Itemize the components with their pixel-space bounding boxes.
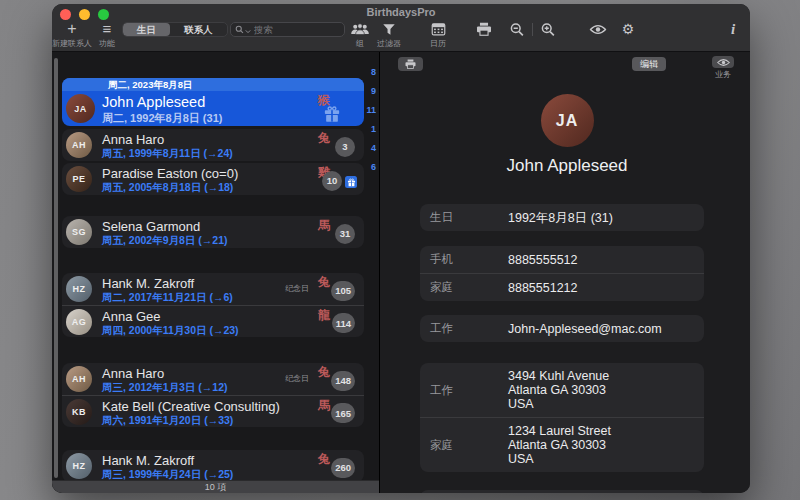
contact-avatar: AG bbox=[66, 309, 92, 335]
zodiac-sign: 兔 bbox=[318, 364, 330, 381]
field-value-line: USA bbox=[508, 452, 611, 466]
field-value: 3494 Kuhl AvenueAtlanta GA 30303USA bbox=[508, 369, 609, 411]
detail-field-row[interactable]: 家庭1234 Laurel StreetAtlanta GA 30303USA bbox=[420, 417, 704, 472]
index-number[interactable]: 6 bbox=[362, 158, 376, 177]
detail-field-row[interactable]: 工作John-Appleseed@mac.com bbox=[420, 315, 704, 342]
contact-group-card: AHAnna Haro周五, 1999年8月11日 (→24)兔3 bbox=[62, 129, 364, 161]
print-contact-button[interactable] bbox=[398, 57, 423, 71]
birthday-date: 周四, 2000年11月30日 (→23) bbox=[102, 324, 239, 337]
search-field[interactable] bbox=[230, 22, 345, 37]
zodiac-sign: 馬 bbox=[318, 217, 330, 234]
field-value-line: Atlanta GA 30303 bbox=[508, 438, 611, 452]
contact-avatar: HZ bbox=[66, 453, 92, 479]
contact-detail-pane: 编辑 业务 JA John Appleseed 生日1992年8月8日 (31)… bbox=[380, 52, 750, 493]
business-visibility-button[interactable] bbox=[712, 56, 734, 68]
actions-menu-button[interactable]: ≡ 功能 bbox=[99, 21, 115, 49]
contact-avatar: KB bbox=[66, 399, 92, 425]
contact-row[interactable]: HZHank M. Zakroff周三, 1999年4月24日 (→25)兔26… bbox=[62, 450, 364, 482]
field-value: John-Appleseed@mac.com bbox=[508, 322, 662, 336]
toolbar-separator bbox=[532, 23, 533, 36]
contact-row[interactable]: AGAnna Gee周四, 2000年11月30日 (→23)龍114 bbox=[62, 305, 364, 337]
contact-name: Hank M. Zakroff bbox=[102, 453, 194, 468]
people-group-icon bbox=[351, 21, 370, 37]
days-count-badge: 260 bbox=[331, 458, 355, 478]
detail-card: 工作3494 Kuhl AvenueAtlanta GA 30303USA家庭1… bbox=[420, 363, 704, 472]
calendar-button[interactable]: 日历 bbox=[430, 21, 446, 49]
contact-row[interactable]: HZHank M. Zakroff周二, 2017年11月21日 (→6)兔纪念… bbox=[62, 273, 364, 305]
contact-row[interactable]: AHAnna Haro周五, 1999年8月11日 (→24)兔3 bbox=[62, 129, 364, 161]
index-scrubber: 8911146 bbox=[362, 63, 376, 177]
field-value: 1234 Laurel StreetAtlanta GA 30303USA bbox=[508, 424, 611, 466]
contact-avatar: SG bbox=[66, 219, 92, 245]
groups-button[interactable]: 组 bbox=[351, 21, 370, 49]
list-scrollbar[interactable] bbox=[54, 58, 58, 478]
index-number[interactable]: 8 bbox=[362, 63, 376, 82]
printer-icon bbox=[404, 59, 417, 69]
main-content: 周二, 2023年8月8日JAJohn Appleseed周二, 1992年8月… bbox=[52, 52, 750, 493]
field-value-line: 3494 Kuhl Avenue bbox=[508, 369, 609, 383]
contact-group-card: HZHank M. Zakroff周二, 2017年11月21日 (→6)兔纪念… bbox=[62, 273, 364, 337]
calendar-icon bbox=[431, 21, 446, 37]
index-number[interactable]: 4 bbox=[362, 139, 376, 158]
zodiac-sign: 兔 bbox=[318, 451, 330, 468]
item-count: 10 項 bbox=[205, 482, 227, 492]
plus-icon: + bbox=[67, 21, 76, 37]
contact-name: Selena Garmond bbox=[102, 219, 200, 234]
magnifier-minus-icon bbox=[510, 21, 525, 37]
index-number[interactable]: 9 bbox=[362, 82, 376, 101]
gift-icon bbox=[323, 105, 341, 123]
contact-row[interactable]: JAJohn Appleseed周二, 1992年8月8日 (31)猴 bbox=[62, 91, 364, 126]
business-toggle: 业务 bbox=[712, 56, 734, 80]
birthday-date: 周五, 1999年8月11日 (→24) bbox=[102, 147, 233, 161]
print-button[interactable] bbox=[476, 21, 493, 37]
field-label: 生日 bbox=[430, 210, 508, 225]
contact-list: 周二, 2023年8月8日JAJohn Appleseed周二, 1992年8月… bbox=[62, 52, 364, 482]
window-chrome: BirthdaysPro + 新建联系人 ≡ 功能 生日联系人 bbox=[52, 4, 750, 52]
days-count-badge: 148 bbox=[331, 371, 355, 391]
visibility-button[interactable] bbox=[590, 21, 607, 37]
zoom-button[interactable] bbox=[98, 9, 109, 20]
minimize-button[interactable] bbox=[79, 9, 90, 20]
edit-button[interactable]: 编辑 bbox=[632, 57, 666, 71]
days-count-badge: 31 bbox=[335, 224, 355, 244]
eye-icon bbox=[717, 58, 730, 67]
zoom-in-button[interactable] bbox=[541, 21, 556, 37]
field-label: 家庭 bbox=[430, 438, 508, 453]
contact-row[interactable]: KBKate Bell (Creative Consulting)周六, 199… bbox=[62, 395, 364, 427]
contact-row[interactable]: SGSelena Garmond周五, 2002年9月8日 (→21)馬31 bbox=[62, 216, 364, 248]
detail-field-row[interactable]: 生日1992年8月8日 (31) bbox=[420, 204, 704, 231]
field-label: 家庭 bbox=[430, 280, 508, 295]
detail-field-row[interactable]: 工作3494 Kuhl AvenueAtlanta GA 30303USA bbox=[420, 363, 704, 417]
index-number[interactable]: 11 bbox=[362, 101, 376, 120]
anniversary-tag: 纪念日 bbox=[285, 373, 309, 384]
window-title: BirthdaysPro bbox=[52, 4, 750, 21]
detail-field-row[interactable]: 备注College roommate bbox=[420, 490, 704, 493]
detail-card: 手机8885555512家庭8885551212 bbox=[420, 246, 704, 301]
field-label: 工作 bbox=[430, 321, 508, 336]
tab-contacts[interactable]: 联系人 bbox=[170, 23, 227, 36]
new-contact-button[interactable]: + 新建联系人 bbox=[52, 21, 92, 49]
info-button[interactable]: i bbox=[731, 21, 735, 37]
contact-avatar: AH bbox=[66, 366, 92, 392]
contact-row[interactable]: PEParadise Easton (co=0)周五, 2005年8月18日 (… bbox=[62, 163, 364, 195]
birthday-date: 周六, 1991年1月20日 (→33) bbox=[102, 414, 233, 427]
contact-name: John Appleseed bbox=[102, 94, 205, 110]
toolbar: + 新建联系人 ≡ 功能 生日联系人 bbox=[52, 21, 750, 51]
close-button[interactable] bbox=[60, 9, 71, 20]
detail-field-row[interactable]: 手机8885555512 bbox=[420, 246, 704, 273]
settings-button[interactable]: ⚙ bbox=[622, 21, 635, 37]
index-number[interactable]: 1 bbox=[362, 120, 376, 139]
days-count-badge: 114 bbox=[332, 313, 355, 333]
filter-button[interactable]: 过滤器 bbox=[377, 21, 401, 49]
tab-birthdays[interactable]: 生日 bbox=[123, 23, 170, 36]
days-count-badge: 105 bbox=[331, 281, 355, 301]
contact-name: Anna Gee bbox=[102, 309, 161, 324]
field-value-line: 1234 Laurel Street bbox=[508, 424, 611, 438]
zoom-out-button[interactable] bbox=[510, 21, 525, 37]
contact-row[interactable]: AHAnna Haro周三, 2012年1月3日 (→12)兔纪念日148 bbox=[62, 363, 364, 395]
birthday-date: 周五, 2002年9月8日 (→21) bbox=[102, 234, 227, 248]
detail-field-row[interactable]: 家庭8885551212 bbox=[420, 273, 704, 301]
birthday-date: 周五, 2005年8月18日 (→18) bbox=[102, 181, 233, 195]
search-input[interactable] bbox=[254, 24, 334, 35]
contact-avatar: HZ bbox=[66, 276, 92, 302]
